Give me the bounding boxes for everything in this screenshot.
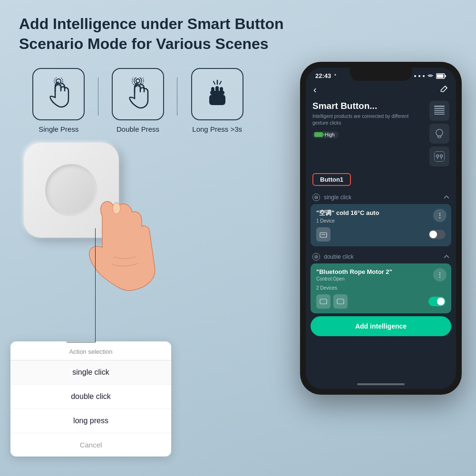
- double-click-icon: [312, 253, 320, 261]
- double-fingerprint-icon: [314, 254, 319, 259]
- double-click-header-left: double click: [312, 253, 354, 261]
- single-click-header: single click: [306, 190, 456, 204]
- device-info-section: Smart Button... Intelligent products are…: [306, 99, 456, 171]
- double-press-icon-box: [112, 68, 164, 120]
- single-click-card-device-count: 1 Device: [316, 218, 446, 223]
- blinds-icon: [432, 104, 447, 118]
- device-icon-small-motor-2: [333, 294, 348, 309]
- svg-point-0: [56, 79, 61, 84]
- single-press-item: Single Press: [19, 68, 98, 133]
- popup-item-single-click[interactable]: single click: [10, 360, 171, 385]
- svg-rect-6: [209, 95, 225, 105]
- device-section: [14, 143, 166, 295]
- location-icon: [333, 74, 338, 78]
- battery-status-icon: [436, 73, 447, 79]
- wifi-icon: [427, 74, 434, 78]
- single-click-toggle[interactable]: [428, 230, 446, 239]
- press-types-row: Single Press Double Press: [19, 68, 257, 133]
- device-info-left: Smart Button... Intelligent products are…: [312, 101, 425, 166]
- single-click-header-left: single click: [312, 194, 351, 201]
- svg-rect-27: [320, 233, 327, 237]
- signal-dot-1: [414, 75, 416, 77]
- single-click-card-title: "空调" cold 16°C auto: [316, 209, 446, 217]
- back-button[interactable]: ‹: [313, 84, 317, 95]
- add-intelligence-button[interactable]: Add intelligence: [311, 316, 451, 336]
- signal-dot-3: [423, 75, 425, 77]
- double-press-item: Double Press: [98, 68, 178, 133]
- single-click-section: single click ⋮ "空调" cold 16°C auto 1 Dev…: [306, 190, 456, 246]
- double-press-icon: [121, 78, 155, 111]
- toggle-knob: [429, 231, 437, 238]
- nav-bar: ‹: [306, 82, 456, 99]
- double-click-collapse-icon[interactable]: [444, 255, 449, 259]
- phone-screen: 22:43: [306, 68, 456, 389]
- button1-tab[interactable]: Button1: [312, 173, 351, 186]
- svg-rect-16: [434, 110, 445, 111]
- svg-rect-15: [434, 108, 445, 109]
- phone-frame: 22:43: [300, 62, 462, 395]
- svg-rect-8: [215, 86, 219, 93]
- double-click-card-control: Control:Open: [316, 276, 446, 282]
- page-title: Add Intelligence under Smart Button Scen…: [19, 14, 285, 54]
- single-press-icon-box: [32, 68, 85, 120]
- double-click-device-icons: [316, 294, 348, 309]
- double-click-card: ⋮ "Bluetooth Rope Motor 2" Control:Open …: [311, 263, 451, 313]
- motor-icon-2: [336, 297, 345, 306]
- double-click-header: double click: [306, 249, 456, 263]
- single-press-icon: [42, 78, 75, 111]
- double-click-label: double click: [324, 253, 354, 260]
- double-click-card-title: "Bluetooth Rope Motor 2": [316, 268, 446, 275]
- single-click-card: ⋮ "空调" cold 16°C auto 1 Device: [311, 204, 451, 246]
- action-popup: Action selection single click double cli…: [10, 341, 171, 457]
- svg-rect-32: [337, 299, 344, 304]
- toggle-knob-2: [437, 298, 445, 305]
- popup-title: Action selection: [10, 341, 171, 360]
- long-press-label: Long Press >3s: [192, 125, 242, 133]
- status-time: 22:43: [315, 72, 338, 79]
- svg-rect-18: [434, 114, 445, 115]
- signal-dot-2: [418, 75, 420, 77]
- device-subtitle: Intelligent products are connected by di…: [312, 113, 425, 126]
- svg-rect-9: [220, 87, 223, 93]
- svg-point-2: [136, 79, 140, 83]
- double-press-label: Double Press: [117, 125, 159, 133]
- svg-rect-17: [434, 112, 445, 113]
- svg-rect-31: [320, 299, 327, 304]
- edit-button[interactable]: [440, 85, 448, 95]
- fingerprint-icon: [314, 195, 319, 200]
- svg-point-10: [113, 203, 120, 214]
- battery-level-icon: [314, 132, 323, 137]
- finger-svg: [76, 190, 171, 314]
- device-icon-small-motor-1: [316, 294, 330, 309]
- main-container: Add Intelligence under Smart Button Scen…: [0, 0, 476, 476]
- single-click-card-devices: [316, 227, 446, 242]
- svg-point-30: [316, 256, 317, 257]
- connector-line: [95, 228, 96, 342]
- double-click-more-btn[interactable]: ⋮: [433, 268, 447, 282]
- device-icon-blinds: [429, 101, 449, 121]
- home-bar: [357, 383, 405, 385]
- edit-pencil-icon: [440, 85, 448, 93]
- battery-badge: High: [312, 131, 339, 138]
- double-click-toggle[interactable]: [428, 297, 446, 306]
- svg-rect-12: [437, 74, 444, 78]
- phone-container: 22:43: [300, 62, 462, 395]
- ac-icon: [319, 230, 328, 239]
- single-click-device-icons: [316, 227, 330, 242]
- single-click-more-btn[interactable]: ⋮: [433, 209, 447, 222]
- motor-icon-1: [319, 297, 328, 306]
- popup-item-double-click[interactable]: double click: [10, 385, 171, 409]
- device-icon-bulb: [429, 124, 449, 144]
- finger-area: [76, 190, 181, 323]
- popup-cancel-button[interactable]: Cancel: [10, 433, 171, 457]
- device-icons-right: [429, 101, 449, 166]
- single-click-collapse-icon[interactable]: [444, 195, 449, 199]
- svg-point-19: [436, 129, 443, 136]
- popup-item-long-press[interactable]: long press: [10, 409, 171, 433]
- device-icon-small-ac: [316, 227, 330, 242]
- status-icons: [414, 73, 447, 79]
- outlet-icon: [433, 150, 446, 163]
- svg-rect-7: [211, 87, 214, 93]
- long-press-icon: [201, 78, 234, 111]
- double-click-card-device-count: 2 Devices: [316, 285, 446, 291]
